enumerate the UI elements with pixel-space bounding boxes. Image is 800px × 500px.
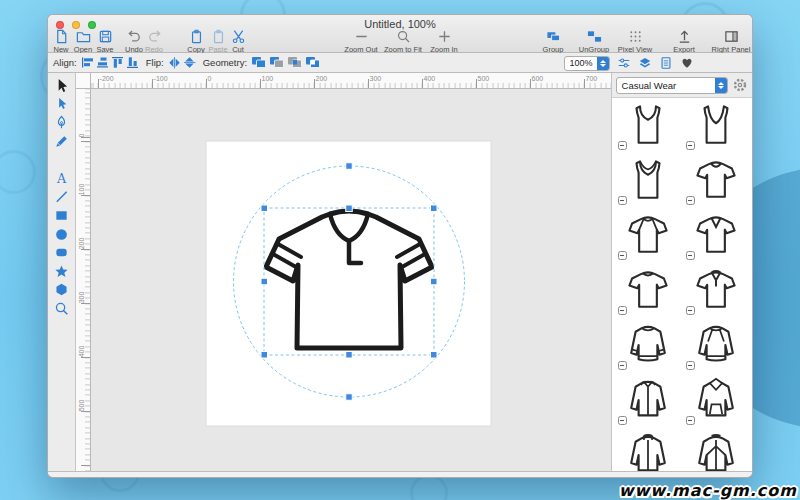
h-ruler-label: 300 <box>370 75 382 82</box>
minus-badge[interactable] <box>618 196 627 205</box>
group-button[interactable]: Group <box>534 29 572 54</box>
zip-jacket-icon <box>625 432 671 471</box>
layers-icon[interactable] <box>638 56 652 70</box>
ungroup-button[interactable]: UnGroup <box>572 29 616 54</box>
handle-top-right[interactable] <box>430 205 437 212</box>
cut-button[interactable]: Cut <box>226 29 250 54</box>
minus-badge[interactable] <box>686 141 695 150</box>
geometry-intersect-button[interactable] <box>287 56 303 69</box>
document-pages-icon[interactable] <box>659 56 673 70</box>
minus-badge[interactable] <box>618 416 627 425</box>
raglan-sweatshirt-icon <box>693 322 739 368</box>
save-button[interactable]: Save <box>94 29 116 54</box>
library-item-raglan-sweatshirt[interactable] <box>682 321 750 376</box>
library-item-sweatshirt[interactable] <box>614 321 682 376</box>
handle-middle-left[interactable] <box>261 278 268 285</box>
stepper-icon[interactable] <box>715 77 727 94</box>
library-item-v-neck-tshirt[interactable] <box>682 211 750 266</box>
library-item-zip-jacket[interactable] <box>614 431 682 471</box>
library-item-racerback-tank[interactable] <box>614 156 682 211</box>
handle-top-center[interactable] <box>345 205 352 212</box>
export-button[interactable]: Export <box>664 29 704 54</box>
minus-badge[interactable] <box>686 306 695 315</box>
pixel-grid-icon <box>628 29 643 44</box>
minus-badge[interactable] <box>618 306 627 315</box>
library-item-scoop-tank[interactable] <box>682 101 750 156</box>
select-tool-icon <box>54 78 69 93</box>
settings-sliders-icon[interactable] <box>617 56 631 70</box>
windbreaker-icon <box>693 432 739 471</box>
library-item-raglan-tshirt[interactable] <box>614 211 682 266</box>
open-button[interactable]: Open <box>72 29 94 54</box>
horizontal-scrollbar[interactable] <box>48 471 752 478</box>
tool-gradient[interactable] <box>50 150 72 169</box>
pixel-view-button[interactable]: Pixel View <box>612 29 658 54</box>
wallpaper-blob <box>0 150 36 194</box>
minus-badge[interactable] <box>618 141 627 150</box>
tool-zoom[interactable] <box>50 299 72 318</box>
handle-bottom-right[interactable] <box>430 352 437 359</box>
app-window: Untitled, 100% New Open Save Undo Redo C… <box>47 14 753 478</box>
v-ruler-label: 0 <box>77 128 84 144</box>
ungroup-objects-icon <box>587 29 602 44</box>
tool-ellipse[interactable] <box>50 225 72 244</box>
align-vertical-button[interactable] <box>126 56 139 69</box>
new-button[interactable]: New <box>50 29 72 54</box>
category-select[interactable]: Casual Wear <box>616 77 728 94</box>
library-item-tank-top[interactable] <box>614 101 682 156</box>
tool-direct-select[interactable] <box>50 95 72 114</box>
stepper-icon[interactable] <box>597 56 609 71</box>
tool-pen[interactable] <box>50 113 72 132</box>
handle-bottom-left[interactable] <box>261 352 268 359</box>
library-item-hoodie[interactable] <box>682 376 750 431</box>
watermark: www.mac-gm.com <box>619 481 797 500</box>
flip-vertical-button[interactable] <box>183 56 196 69</box>
tool-polygon[interactable] <box>50 281 72 300</box>
minus-badge[interactable] <box>686 196 695 205</box>
library-item-cap-sleeve-tshirt[interactable] <box>614 266 682 321</box>
minus-badge[interactable] <box>618 361 627 370</box>
tool-rounded-rectangle[interactable] <box>50 243 72 262</box>
minus-badge[interactable] <box>686 361 695 370</box>
zoom-to-fit-button[interactable]: Zoom to Fit <box>380 29 426 54</box>
geometry-union-button[interactable] <box>251 56 267 69</box>
tool-pencil[interactable] <box>50 132 72 151</box>
crew-tshirt-icon <box>693 157 739 203</box>
tool-rectangle[interactable] <box>50 206 72 225</box>
geometry-subtract-button[interactable] <box>269 56 285 69</box>
minus-badge[interactable] <box>686 251 695 260</box>
geometry-exclude-button[interactable] <box>305 56 321 69</box>
zoom-out-button[interactable]: Zoom Out <box>342 29 380 54</box>
align-top-button[interactable] <box>111 56 124 69</box>
library-item-button-jacket[interactable] <box>614 376 682 431</box>
tool-line[interactable] <box>50 188 72 207</box>
right-panel-button[interactable]: Right Panel <box>708 29 753 54</box>
tool-text[interactable] <box>50 169 72 188</box>
h-ruler-label: 700 <box>586 75 598 82</box>
canvas-viewport[interactable] <box>91 89 611 471</box>
align-left-button[interactable] <box>81 56 94 69</box>
zoom-in-button[interactable]: Zoom In <box>426 29 462 54</box>
library-item-polo-shirt[interactable] <box>682 266 750 321</box>
tool-palette <box>48 73 76 471</box>
flip-horizontal-button[interactable] <box>168 56 181 69</box>
handle-middle-right[interactable] <box>430 278 437 285</box>
minus-badge[interactable] <box>686 416 695 425</box>
heart-favorites-icon[interactable] <box>680 56 694 70</box>
handle-circle-bottom[interactable] <box>345 394 352 401</box>
tool-select[interactable] <box>50 76 72 95</box>
zoom-level-select[interactable]: 100% <box>564 56 610 71</box>
copy-button[interactable]: Copy <box>184 29 208 54</box>
tool-star[interactable] <box>50 262 72 281</box>
handle-circle-top[interactable] <box>345 163 352 170</box>
library-item-windbreaker[interactable] <box>682 431 750 471</box>
minus-badge[interactable] <box>618 251 627 260</box>
library-item-crew-tshirt[interactable] <box>682 156 750 211</box>
handle-bottom-center[interactable] <box>345 352 352 359</box>
cap-sleeve-tshirt-icon <box>625 267 671 313</box>
redo-arrow-icon <box>147 29 162 44</box>
gear-icon[interactable] <box>732 77 748 93</box>
handle-top-left[interactable] <box>261 205 268 212</box>
redo-button[interactable]: Redo <box>141 29 167 54</box>
align-bottom-button[interactable] <box>96 56 109 69</box>
